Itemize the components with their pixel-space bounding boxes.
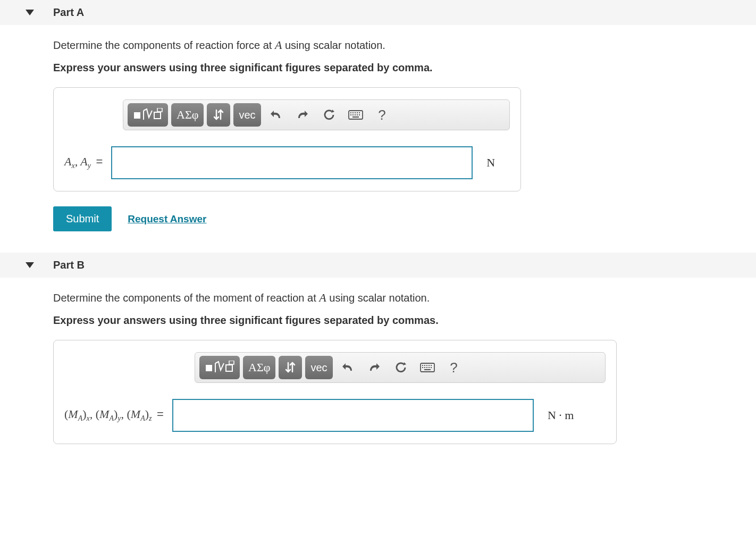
request-answer-link[interactable]: Request Answer [128, 213, 206, 225]
undo-button[interactable] [264, 103, 288, 127]
collapse-arrow-icon[interactable] [26, 10, 34, 15]
part-a-answer-input[interactable] [111, 146, 473, 179]
equation-toolbar: ΑΣφ vec [123, 99, 510, 130]
sort-icon [284, 361, 296, 374]
vec-button[interactable]: vec [305, 356, 332, 379]
part-b-input-row: (MA)x, (MA)y, (MA)z = N · m [64, 399, 606, 432]
svg-rect-14 [352, 116, 359, 118]
svg-rect-2 [157, 108, 162, 112]
svg-rect-15 [206, 365, 212, 371]
math-template-icon [205, 361, 234, 374]
svg-rect-28 [431, 367, 432, 368]
svg-rect-26 [426, 367, 427, 368]
reset-button[interactable] [317, 103, 341, 127]
collapse-arrow-icon[interactable] [26, 262, 34, 268]
part-a-answer-box: ΑΣφ vec [53, 87, 521, 191]
v-A3: A [140, 415, 145, 423]
svg-rect-5 [352, 112, 354, 113]
templates-button[interactable] [128, 103, 168, 127]
reset-icon [323, 109, 335, 121]
part-b-unit: N · m [548, 408, 574, 422]
svg-rect-1 [154, 112, 161, 119]
part-b-title: Part B [53, 259, 85, 271]
keyboard-button[interactable] [344, 103, 367, 127]
equation-toolbar-b: ΑΣφ vec [195, 352, 606, 383]
question-pre-b: Determine the components of the moment o… [53, 292, 319, 304]
keyboard-icon [420, 363, 435, 372]
redo-icon [296, 110, 309, 120]
undo-button[interactable] [336, 356, 359, 379]
question-var-b: A [319, 291, 326, 304]
svg-rect-25 [424, 367, 425, 368]
redo-button[interactable] [363, 356, 386, 379]
part-b-body: Determine the components of the moment o… [0, 278, 756, 444]
equals-sign-b: = [157, 407, 164, 421]
v-A2: A [109, 415, 114, 423]
v-s2: , [121, 407, 127, 421]
help-button[interactable]: ? [442, 356, 466, 379]
part-a-input-row: Ax, Ay = N [64, 146, 510, 179]
svg-rect-10 [352, 114, 354, 115]
svg-rect-6 [355, 112, 356, 113]
v-M1: M [68, 407, 78, 421]
reset-button[interactable] [389, 356, 413, 379]
sort-button[interactable] [279, 356, 302, 379]
keyboard-icon [348, 110, 363, 120]
greek-button[interactable]: ΑΣφ [243, 356, 275, 379]
v-A1: A [78, 415, 83, 423]
svg-rect-9 [350, 114, 351, 115]
part-a-body: Determine the components of reaction for… [0, 25, 756, 253]
v-o2: ( [96, 407, 99, 421]
svg-rect-24 [422, 367, 423, 368]
svg-rect-20 [424, 365, 425, 366]
svg-rect-8 [359, 112, 360, 113]
svg-rect-0 [134, 112, 140, 119]
templates-button[interactable] [199, 356, 240, 379]
reset-icon [394, 361, 407, 374]
equals-sign: = [96, 155, 103, 168]
svg-rect-23 [431, 365, 432, 366]
sort-icon [213, 109, 224, 121]
undo-icon [270, 110, 282, 120]
part-b-answer-input[interactable] [172, 399, 534, 432]
part-b-instruction: Express your answers using three signifi… [53, 314, 745, 327]
svg-rect-13 [359, 114, 360, 115]
help-button[interactable]: ? [371, 103, 394, 127]
var-A1: A [64, 155, 71, 168]
vec-button[interactable]: vec [233, 103, 261, 127]
part-a-header[interactable]: Part A [0, 0, 756, 25]
svg-rect-17 [229, 361, 234, 364]
redo-icon [368, 362, 381, 373]
part-a-unit: N [486, 156, 495, 170]
question-pre: Determine the components of reaction for… [53, 39, 275, 51]
part-b-header[interactable]: Part B [0, 253, 756, 278]
v-M2: M [99, 407, 109, 421]
v-c3: ) [145, 407, 149, 421]
svg-rect-12 [357, 114, 358, 115]
svg-rect-4 [350, 112, 351, 113]
v-M3: M [131, 407, 140, 421]
greek-button[interactable]: ΑΣφ [171, 103, 204, 127]
svg-rect-7 [357, 112, 358, 113]
submit-button[interactable]: Submit [53, 206, 112, 231]
var-sep: , [75, 155, 81, 168]
part-b-question: Determine the components of the moment o… [53, 291, 745, 305]
keyboard-button[interactable] [416, 356, 439, 379]
part-a-var-label: Ax, Ay = [64, 155, 105, 170]
var-sub-y: y [88, 162, 91, 170]
svg-rect-22 [429, 365, 430, 366]
part-b-var-label: (MA)x, (MA)y, (MA)z = [64, 407, 166, 423]
sort-button[interactable] [207, 103, 230, 127]
svg-rect-19 [422, 365, 423, 366]
svg-rect-11 [355, 114, 356, 115]
svg-rect-29 [424, 369, 431, 370]
v-s1: , [90, 407, 96, 421]
redo-button[interactable] [291, 103, 314, 127]
svg-rect-16 [226, 365, 232, 371]
part-a-title: Part A [53, 6, 84, 19]
question-post-b: using scalar notation. [326, 292, 430, 304]
part-b-answer-box: ΑΣφ vec [53, 340, 617, 444]
question-var: A [275, 38, 282, 52]
part-a-actions: Submit Request Answer [53, 206, 745, 231]
svg-rect-21 [426, 365, 427, 366]
